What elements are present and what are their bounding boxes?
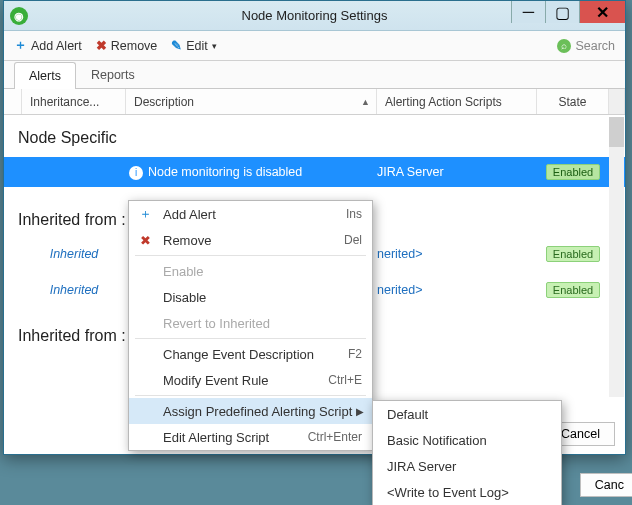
add-alert-button[interactable]: ＋ Add Alert <box>14 37 82 54</box>
submenu-jira-server[interactable]: JIRA Server <box>373 453 561 479</box>
chevron-down-icon: ▾ <box>212 41 217 51</box>
table-row[interactable]: i Node monitoring is disabled JIRA Serve… <box>4 157 625 187</box>
col-description[interactable]: Description ▲ <box>126 89 377 114</box>
col-inheritance[interactable]: Inheritance... <box>22 89 126 114</box>
ctx-change-desc[interactable]: Change Event Description F2 <box>129 341 372 367</box>
minimize-button[interactable]: ─ <box>511 1 545 23</box>
ctx-edit-script[interactable]: Edit Alerting Script Ctrl+Enter <box>129 424 372 450</box>
remove-label: Remove <box>111 39 158 53</box>
ctx-remove[interactable]: ✖ Remove Del <box>129 227 372 253</box>
col-scroll-gutter <box>609 89 625 114</box>
sort-asc-icon: ▲ <box>361 97 370 107</box>
ctx-enable-label: Enable <box>163 264 203 279</box>
separator <box>135 338 366 339</box>
plus-icon: ＋ <box>14 37 27 54</box>
vertical-scrollbar[interactable] <box>609 117 624 397</box>
state-badge: Enabled <box>546 164 600 180</box>
search-icon: ⌕ <box>557 39 571 53</box>
row-inheritance: Inherited <box>22 283 126 297</box>
grid-header: Inheritance... Description ▲ Alerting Ac… <box>4 89 625 115</box>
state-badge: Enabled <box>546 246 600 262</box>
row-inheritance: Inherited <box>22 247 126 261</box>
col-description-label: Description <box>134 95 194 109</box>
ctx-add-shortcut: Ins <box>346 207 362 221</box>
col-state[interactable]: State <box>537 89 609 114</box>
x-icon: ✖ <box>137 233 153 248</box>
ctx-assign-label: Assign Predefined Alerting Script <box>163 404 352 419</box>
chevron-right-icon: ▶ <box>356 406 364 417</box>
ctx-change-label: Change Event Description <box>163 347 314 362</box>
col-action[interactable]: Alerting Action Scripts <box>377 89 537 114</box>
ctx-modify-rule[interactable]: Modify Event Rule Ctrl+E <box>129 367 372 393</box>
ctx-revert-label: Revert to Inherited <box>163 316 270 331</box>
edit-label: Edit <box>186 39 208 53</box>
context-menu: ＋ Add Alert Ins ✖ Remove Del Enable Disa… <box>128 200 373 451</box>
search-placeholder: Search <box>575 39 615 53</box>
close-button[interactable]: ✕ <box>579 1 625 23</box>
ctx-remove-label: Remove <box>163 233 211 248</box>
ctx-modify-label: Modify Event Rule <box>163 373 269 388</box>
scrollbar-thumb[interactable] <box>609 117 624 147</box>
ctx-add-label: Add Alert <box>163 207 216 222</box>
window-buttons: ─ ▢ ✕ <box>511 1 625 23</box>
tab-reports[interactable]: Reports <box>76 61 150 88</box>
ctx-enable: Enable <box>129 258 372 284</box>
ctx-change-shortcut: F2 <box>348 347 362 361</box>
outer-cancel-button[interactable]: Canc <box>580 473 632 497</box>
ctx-revert: Revert to Inherited <box>129 310 372 336</box>
ctx-edit-shortcut: Ctrl+Enter <box>308 430 362 444</box>
col-expand[interactable] <box>4 89 22 114</box>
row-action: nerited> <box>377 247 537 261</box>
separator <box>135 255 366 256</box>
remove-button[interactable]: ✖ Remove <box>96 38 158 53</box>
pencil-icon: ✎ <box>171 38 182 53</box>
edit-dropdown[interactable]: ✎ Edit ▾ <box>171 38 217 53</box>
ctx-assign-script[interactable]: Assign Predefined Alerting Script ▶ <box>129 398 372 424</box>
state-badge: Enabled <box>546 282 600 298</box>
separator <box>135 395 366 396</box>
ctx-remove-shortcut: Del <box>344 233 362 247</box>
window-title: Node Monitoring Settings <box>242 8 388 23</box>
tab-strip: Alerts Reports <box>4 61 625 89</box>
row-action: JIRA Server <box>377 165 537 179</box>
x-icon: ✖ <box>96 38 107 53</box>
app-icon: ◉ <box>10 7 28 25</box>
ctx-modify-shortcut: Ctrl+E <box>328 373 362 387</box>
ctx-disable[interactable]: Disable <box>129 284 372 310</box>
submenu-default[interactable]: Default <box>373 401 561 427</box>
toolbar: ＋ Add Alert ✖ Remove ✎ Edit ▾ ⌕ Search <box>4 31 625 61</box>
add-alert-label: Add Alert <box>31 39 82 53</box>
assign-script-submenu: Default Basic Notification JIRA Server <… <box>372 400 562 505</box>
ctx-edit-label: Edit Alerting Script <box>163 430 269 445</box>
submenu-write-event-log[interactable]: <Write to Event Log> <box>373 479 561 505</box>
info-icon: i <box>129 166 143 180</box>
tab-alerts[interactable]: Alerts <box>14 62 76 89</box>
titlebar: ◉ Node Monitoring Settings ─ ▢ ✕ <box>4 1 625 31</box>
submenu-basic-notification[interactable]: Basic Notification <box>373 427 561 453</box>
ctx-add-alert[interactable]: ＋ Add Alert Ins <box>129 201 372 227</box>
row-action: nerited> <box>377 283 537 297</box>
row-description: Node monitoring is disabled <box>146 165 377 179</box>
ctx-disable-label: Disable <box>163 290 206 305</box>
search-box[interactable]: ⌕ Search <box>557 39 615 53</box>
maximize-button[interactable]: ▢ <box>545 1 579 23</box>
plus-icon: ＋ <box>137 205 153 223</box>
group-node-specific: Node Specific <box>4 115 625 157</box>
